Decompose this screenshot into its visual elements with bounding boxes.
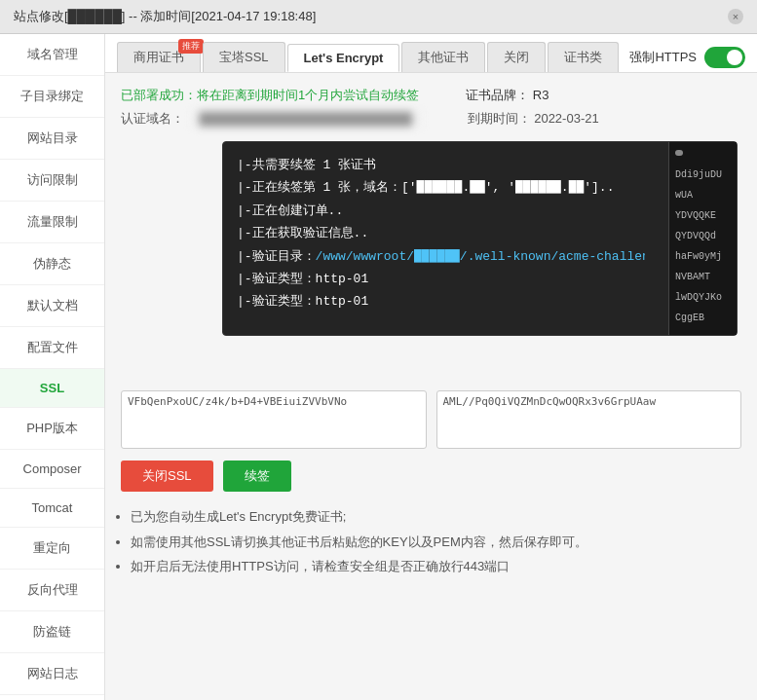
textarea-row [121,390,741,449]
sidebar-item-子目录绑定[interactable]: 子目录绑定 [0,76,104,118]
scroll-item: haFw0yMj [675,248,731,266]
terminal-line: |-共需要续签 1 张证书 [237,154,645,176]
scroll-item: CggEB [675,310,731,327]
sidebar-item-伪静态[interactable]: 伪静态 [0,243,104,285]
sidebar-item-防盗链[interactable]: 防盗链 [0,611,104,653]
title-bar: 站点修改[██████] -- 添加时间[2021-04-17 19:18:48… [0,0,757,34]
status-row: 已部署成功：将在距离到期时间1个月内尝试自动续签 证书品牌： R3 [121,87,741,104]
button-row: 关闭SSL 续签 [121,461,741,492]
terminal-overlay: |-共需要续签 1 张证书|-正在续签第 1 张，域名：['██████.██'… [222,141,738,336]
main-layout: 域名管理子目录绑定网站目录访问限制流量限制伪静态默认文档配置文件SSLPHP版本… [0,34,757,700]
terminal-line: |-验证类型：http-01 [237,268,645,290]
scroll-item: lwDQYJKo [675,289,731,307]
tab-bar: 商用证书推荐宝塔SSLLet's Encrypt其他证书关闭证书类强制HTTPS [105,34,757,73]
info-bullets: 已为您自动生成Let's Encrypt免费证书;如需使用其他SSL请切换其他证… [121,507,741,576]
tab-宝塔SSL[interactable]: 宝塔SSL [203,42,285,72]
scroll-item: NVBAMT [675,269,731,286]
sidebar: 域名管理子目录绑定网站目录访问限制流量限制伪静态默认文档配置文件SSLPHP版本… [0,34,105,700]
terminal-line: |-正在续签第 1 张，域名：['██████.██', '██████.██'… [237,176,645,199]
info-bullet: 如开启后无法使用HTTPS访问，请检查安全组是否正确放行443端口 [131,557,741,576]
sidebar-item-网站日志[interactable]: 网站日志 [0,653,104,695]
main-content: 商用证书推荐宝塔SSLLet's Encrypt其他证书关闭证书类强制HTTPS… [105,34,757,700]
sidebar-item-PHP版本[interactable]: PHP版本 [0,408,104,450]
scroll-item: Ddi9juDU [675,166,731,184]
renew-button[interactable]: 续签 [223,461,291,492]
info-bullet: 如需使用其他SSL请切换其他证书后粘贴您的KEY以及PEM内容，然后保存即可。 [131,533,741,552]
sidebar-item-Tomcat[interactable]: Tomcat [0,489,104,528]
sidebar-item-网站目录[interactable]: 网站目录 [0,118,104,160]
https-toggle-label: 强制HTTPS [629,49,697,66]
sidebar-item-访问限制[interactable]: 访问限制 [0,160,104,202]
scroll-item: wUA [675,187,731,204]
tab-证书类[interactable]: 证书类 [548,42,619,72]
https-toggle[interactable]: 强制HTTPS [629,47,745,72]
close-ssl-button[interactable]: 关闭SSL [121,461,213,492]
cert-brand: 证书品牌： R3 [466,87,549,104]
scroll-item: YDVQQKE [675,207,731,225]
sidebar-item-反向代理[interactable]: 反向代理 [0,570,104,611]
cert-pem-textarea[interactable] [436,390,742,449]
sidebar-item-SSL[interactable]: SSL [0,369,104,408]
terminal-scroll: Ddi9juDUwUAYDVQQKEQYDVQQdhaFw0yMjNVBAMTl… [668,142,737,335]
info-bullet: 已为您自动生成Let's Encrypt免费证书; [131,507,741,527]
expire-info: 到期时间： 2022-03-21 [468,110,599,128]
terminal-line: |-正在创建订单.. [237,200,645,222]
sidebar-item-流量限制[interactable]: 流量限制 [0,202,104,243]
title-text: 站点修改[██████] -- 添加时间[2021-04-17 19:18:48… [14,8,316,25]
domain-value: ███████████████████████ [192,110,421,128]
close-button[interactable]: × [728,9,743,24]
tab-Let's Encrypt[interactable]: Let's Encrypt [287,44,400,72]
terminal-line: |-验证目录：/www/wwwroot/██████/.well-known/a… [237,245,645,268]
scroll-item: QYDVQQd [675,228,731,245]
content-area: 已部署成功：将在距离到期时间1个月内尝试自动续签 证书品牌： R3 认证域名： … [105,73,757,596]
sidebar-item-配置文件[interactable]: 配置文件 [0,327,104,369]
terminal-line: |-正在获取验证信息.. [237,222,645,244]
status-success-text: 已部署成功：将在距离到期时间1个月内尝试自动续签 [121,87,419,104]
cert-key-textarea[interactable] [121,390,427,449]
terminal-line: |-验证类型：http-01 [237,290,645,313]
sidebar-item-域名管理[interactable]: 域名管理 [0,34,104,76]
tab-关闭[interactable]: 关闭 [487,42,546,72]
toggle-switch[interactable] [704,47,745,68]
sidebar-item-Composer[interactable]: Composer [0,450,104,489]
sidebar-item-默认文档[interactable]: 默认文档 [0,285,104,327]
tab-其他证书[interactable]: 其他证书 [401,42,485,72]
domain-row: 认证域名： ███████████████████████ 到期时间： 2022… [121,110,741,128]
sidebar-item-重定向[interactable]: 重定向 [0,528,104,570]
tab-商用证书[interactable]: 商用证书推荐 [117,42,201,72]
